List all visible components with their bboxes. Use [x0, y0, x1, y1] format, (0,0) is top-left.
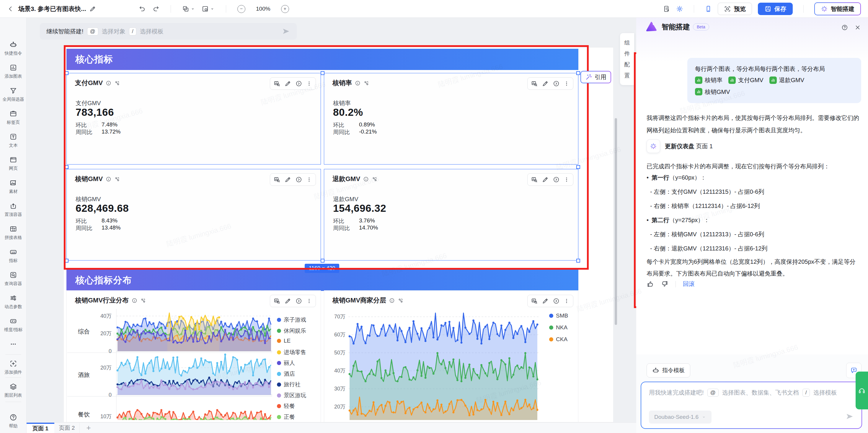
more-kebab-icon[interactable] [306, 298, 312, 304]
pick-template-hint[interactable]: 选择模板 [140, 27, 163, 35]
section-banner-core-metrics[interactable]: 核心指标 [66, 49, 578, 70]
legend-item[interactable]: SMB [549, 313, 568, 319]
edit-pencil-icon[interactable] [542, 80, 549, 87]
customer-support-tab[interactable] [856, 372, 868, 409]
legend-item[interactable]: 旅行社 [277, 381, 301, 388]
at-chip[interactable]: @ [87, 27, 98, 35]
legend-item[interactable]: LE [277, 338, 290, 344]
more-kebab-icon[interactable] [564, 298, 569, 304]
save-button[interactable]: 保存 [758, 3, 793, 15]
share-nodes-icon[interactable] [364, 80, 369, 86]
edit-pencil-icon[interactable] [542, 297, 549, 305]
sidebar-item-指标[interactable]: 123指标 [0, 248, 27, 264]
share-nodes-icon[interactable] [140, 298, 146, 304]
share-nodes-icon[interactable] [114, 176, 120, 182]
tool-call-chip[interactable]: 更新仪表盘 页面 1 [647, 139, 713, 153]
sidebar-item-拼接表格[interactable]: 拼接表格 [0, 225, 27, 241]
rollback-link[interactable]: 回滚 [683, 280, 695, 288]
industry-distribution-chart[interactable]: 40万20万0综合20万0酒旅10万餐饮 [67, 308, 273, 420]
share-nodes-icon[interactable] [114, 80, 120, 86]
add-page-button[interactable]: + [80, 423, 97, 433]
edit-pencil-icon[interactable] [284, 297, 291, 305]
chart-ref-chip[interactable]: 核销GMV [695, 87, 730, 97]
metric-card-核销率[interactable]: 核销率 核销率 80.2% 环比0.89% 周同比-0.21% [324, 73, 578, 165]
merchant-tier-chart[interactable]: 70万60万50万40万30万20万 [327, 307, 545, 420]
legend-item[interactable]: 景区游玩 [277, 392, 306, 399]
instruction-template-button[interactable]: 指令模板 [647, 363, 690, 377]
zoom-in-button[interactable]: + [281, 5, 289, 13]
legend-item[interactable]: 正餐 [277, 413, 295, 421]
resize-handle[interactable] [321, 259, 324, 263]
expand-icon[interactable] [296, 298, 302, 304]
legend-item[interactable]: NKA [549, 324, 567, 331]
share-nodes-icon[interactable] [372, 176, 377, 182]
sidebar-item-网页[interactable]: 网页 [0, 156, 27, 172]
canvas-ai-prompt-bar[interactable]: 继续智能搭建! @ 选择对象 / 选择模板 [40, 23, 297, 39]
legend-item[interactable]: 亲子游戏 [277, 316, 306, 324]
quote-button[interactable]: 引用 [581, 71, 611, 83]
explore-chart-icon[interactable] [531, 80, 538, 87]
share-nodes-icon[interactable] [398, 298, 403, 304]
explore-chart-icon[interactable] [531, 176, 538, 183]
send-icon[interactable] [845, 412, 854, 421]
preview-button[interactable]: 预览 [718, 3, 752, 15]
info-icon[interactable] [363, 176, 369, 182]
legend-item[interactable]: 进场零售 [277, 349, 306, 356]
legend-item[interactable]: 休闲娱乐 [277, 327, 306, 335]
resize-handle[interactable] [576, 165, 580, 169]
zoom-level[interactable]: 100% [256, 6, 271, 12]
sidebar-item-文本[interactable]: 文本 [0, 133, 27, 149]
pick-object-hint[interactable]: 选择对象 [102, 27, 125, 35]
resize-handle[interactable] [321, 71, 324, 75]
sidebar-item-快捷指令[interactable]: 快捷指令 [0, 41, 27, 56]
model-selector[interactable]: Doubao-Seed-1.6 [649, 410, 712, 424]
sidebar-item-素材[interactable]: 素材 [0, 179, 27, 195]
info-icon[interactable] [389, 298, 395, 304]
component-group-dropdown[interactable] [182, 5, 195, 12]
edit-pencil-icon[interactable] [284, 80, 291, 87]
thumbs-up-icon[interactable] [647, 280, 654, 288]
sidebar-item-帮助[interactable]: 帮助 [0, 413, 27, 429]
expand-icon[interactable] [553, 80, 559, 87]
send-icon[interactable] [282, 27, 290, 35]
sidebar-item-添加图表[interactable]: 添加图表 [0, 64, 27, 80]
tab-page-1[interactable]: 页面 1 [27, 423, 54, 433]
resize-handle[interactable] [576, 71, 580, 75]
sidebar-item-添加插件[interactable]: 添加插件 [0, 360, 27, 375]
metric-card-支付GMV[interactable]: 支付GMV 支付GMV 783,166 环比7.48% 周同比13.72% [66, 73, 321, 165]
sidebar-item-查询容器[interactable]: 查询容器 [0, 271, 27, 287]
resize-handle[interactable] [65, 165, 68, 169]
export-doc-icon[interactable] [663, 5, 670, 12]
info-icon[interactable] [355, 80, 361, 86]
slash-chip[interactable]: / [802, 389, 810, 397]
at-chip[interactable]: @ [707, 389, 719, 397]
component-config-tab[interactable]: 组件配置 [620, 33, 634, 85]
more-kebab-icon[interactable] [306, 81, 312, 87]
slash-chip[interactable]: / [129, 27, 136, 35]
canvas-scrollbar[interactable] [615, 118, 617, 325]
metric-card-退款GMV[interactable]: 退款GMV 退款GMV 154,696.32 环比3.76% 周同比14.70% [324, 169, 578, 261]
resize-handle[interactable] [65, 259, 68, 263]
redo-icon[interactable] [152, 5, 159, 12]
explore-chart-icon[interactable] [531, 298, 538, 304]
chart-ref-chip[interactable]: 核销率 [695, 75, 722, 85]
sidebar-item-标签页[interactable]: 标签页 [0, 110, 27, 125]
chart-ref-chip[interactable]: 支付GMV [728, 75, 764, 85]
resize-handle[interactable] [576, 259, 580, 263]
sidebar-item-全局筛选器[interactable]: 全局筛选器 [0, 87, 27, 103]
info-icon[interactable] [106, 80, 111, 86]
tab-page-2[interactable]: 页面 2 [54, 423, 80, 433]
explore-chart-icon[interactable] [274, 80, 280, 87]
explore-chart-icon[interactable] [274, 176, 280, 183]
sidebar-item-图层列表[interactable]: 图层列表 [0, 383, 27, 399]
sidebar-item-置顶容器[interactable]: 置顶容器 [0, 202, 27, 218]
settings-gear-icon[interactable] [676, 5, 683, 12]
edit-pencil-icon[interactable] [542, 176, 549, 183]
frame-insert-dropdown[interactable] [202, 5, 215, 12]
zoom-out-button[interactable]: − [237, 5, 245, 13]
close-icon[interactable] [855, 24, 861, 31]
expand-icon[interactable] [553, 298, 559, 304]
more-kebab-icon[interactable] [564, 177, 569, 182]
expand-icon[interactable] [553, 176, 559, 183]
legend-item[interactable]: 丽人 [277, 359, 295, 367]
